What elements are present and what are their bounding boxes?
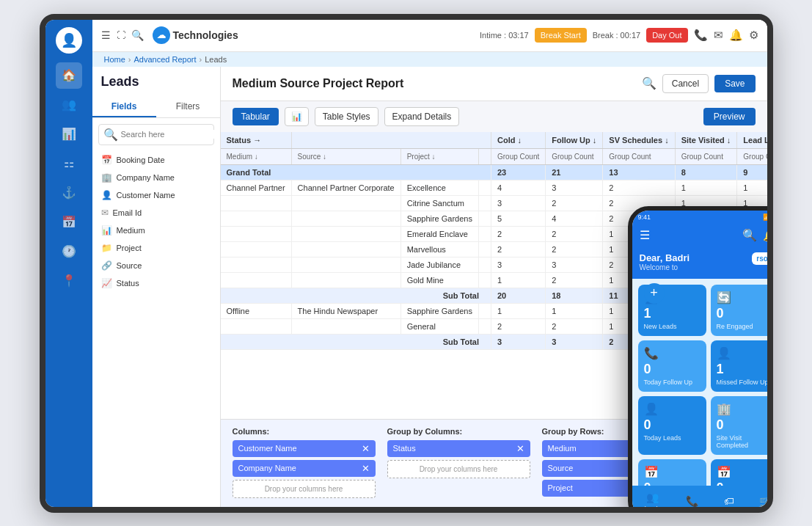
project-sapphire2: Sapphire Gardens: [400, 303, 478, 318]
phone-icon[interactable]: 📞: [694, 29, 708, 42]
nav-call-icon: 📞: [686, 495, 698, 507]
tab-fields[interactable]: Fields: [92, 97, 156, 117]
phone-bell-icon[interactable]: 🔔1: [763, 228, 773, 242]
sidebar-icon-users[interactable]: 👥: [56, 92, 82, 118]
breadcrumb-sep2: ›: [200, 55, 202, 64]
breadcrumb: Home › Advanced Report › Leads: [92, 52, 767, 67]
phone-card-mtd[interactable]: 📅 0 MTD Site Visit Completed: [711, 459, 773, 486]
sidebar-icon-chart[interactable]: 📊: [56, 121, 82, 147]
columns-drop[interactable]: Drop your columns here: [233, 480, 376, 498]
source-hindu: The Hindu Newspaper: [291, 303, 400, 318]
project-jade: Jade Jubilance: [400, 257, 478, 272]
today-leads-icon: 👤: [644, 402, 701, 416]
grand-site: 8: [675, 164, 737, 180]
topbar-actions: 📞 ✉ 🔔 ⚙: [694, 29, 758, 42]
phone-card-re-engaged[interactable]: 🔄 0 Re Engaged: [711, 285, 773, 336]
phone-nav-call[interactable]: 📞: [686, 495, 698, 507]
sidebar-icon-clock[interactable]: 🕐: [56, 238, 82, 265]
expand-details-button[interactable]: Expand Details: [384, 107, 460, 126]
bell-icon[interactable]: 🔔: [729, 29, 743, 42]
phone-menu-icon[interactable]: ☰: [640, 228, 650, 242]
chip-status[interactable]: Status✕: [387, 440, 530, 457]
break-start-button[interactable]: Break Start: [535, 28, 587, 43]
search-input[interactable]: [121, 130, 221, 139]
preview-button[interactable]: Preview: [703, 108, 756, 125]
breadcrumb-home[interactable]: Home: [104, 55, 125, 64]
save-button[interactable]: Save: [714, 75, 755, 92]
site-visit-label: Site Visit Completed: [717, 434, 773, 449]
table-styles-button[interactable]: Table Styles: [315, 107, 378, 126]
site-visit-icon: 🏢: [717, 402, 773, 416]
nav-tag-icon: 🏷: [724, 495, 734, 507]
project-sapphire: Sapphire Gardens: [400, 211, 478, 226]
hamburger-icon[interactable]: ☰: [101, 29, 111, 41]
phone-search-icon[interactable]: 🔍: [742, 228, 757, 242]
th-sub-cold: Group Count: [491, 148, 545, 164]
re-engaged-icon: 🔄: [717, 291, 773, 304]
phone-card-today-followup[interactable]: 📞 0 Today Follow Up: [638, 340, 706, 392]
breadcrumb-leads: Leads: [205, 55, 227, 64]
phone-nav-cart[interactable]: 🛒: [759, 495, 772, 507]
field-booking-date[interactable]: 📅 Booking Date: [92, 151, 220, 169]
th-sub-lost: Group Count: [737, 148, 767, 164]
field-status[interactable]: 📈 Status: [92, 274, 220, 292]
th-sub-followup: Group Count: [546, 148, 603, 164]
tabular-button[interactable]: Tabular: [233, 108, 279, 125]
phone-overlay: 9:41 📶🔋 ☰ 🔍 🔔1 Dear, Badri Welcome to: [628, 206, 773, 513]
group-columns-drop[interactable]: Drop your columns here: [387, 460, 530, 478]
sidebar-icon-anchor[interactable]: ⚓: [56, 180, 82, 206]
re-engaged-count: 0: [717, 306, 773, 321]
toolbar: Tabular 📊 Table Styles Expand Details Pr…: [221, 101, 767, 132]
th-project: Project ↓: [400, 148, 478, 164]
phone-card-today-leads[interactable]: 👤 0 Today Leads: [638, 396, 706, 455]
chip-customer-name[interactable]: Customer Name✕: [233, 440, 376, 457]
tab-filters[interactable]: Filters: [156, 97, 220, 117]
phone-brand: rsoft: [756, 255, 772, 263]
grand-lost: 9: [737, 164, 767, 180]
th-sub-empty: [478, 148, 491, 164]
breadcrumb-advanced-report[interactable]: Advanced Report: [134, 55, 197, 64]
field-customer-name[interactable]: 👤 Customer Name: [92, 186, 220, 204]
phone-card-missed-followup[interactable]: 👤 1 Missed Follow Up: [711, 340, 773, 392]
mail-icon[interactable]: ✉: [714, 29, 723, 42]
grand-sv: 13: [603, 164, 675, 180]
sidebar-icon-home[interactable]: 🏠: [56, 62, 82, 89]
new-leads-count: 1: [644, 306, 701, 321]
chip-company-name[interactable]: Company Name✕: [233, 460, 376, 477]
field-project[interactable]: 📁 Project: [92, 239, 220, 257]
day-out-button[interactable]: Day Out: [646, 28, 687, 43]
project-general: General: [400, 318, 478, 334]
logo-icon: ☁: [153, 26, 170, 44]
search-icon-report[interactable]: 🔍: [642, 76, 656, 90]
phone-fab[interactable]: +: [644, 283, 665, 304]
break-label: Break : 00:17: [593, 31, 640, 40]
phone-nav-tag[interactable]: 🏷: [724, 495, 734, 507]
project-gold: Gold Mine: [400, 272, 478, 288]
intime-label: Intime : 03:17: [480, 31, 529, 40]
field-source[interactable]: 🔗 Source: [92, 257, 220, 274]
project-citrine: Citrine Sanctum: [400, 195, 478, 211]
report-header: Medium Source Project Report 🔍 Cancel Sa…: [221, 67, 767, 101]
phone-status-icons: 📶🔋: [763, 213, 773, 221]
project-marvellous: Marvellous: [400, 241, 478, 257]
expand-icon[interactable]: ⛶: [117, 30, 125, 40]
field-medium[interactable]: 📊 Medium: [92, 222, 220, 239]
wtd-icon: 📅: [644, 465, 701, 479]
topbar-search-icon[interactable]: 🔍: [131, 29, 144, 41]
field-email-id[interactable]: ✉ Email Id: [92, 204, 220, 222]
phone-card-wtd[interactable]: 📅 0 WTD Site Visit Completed: [638, 459, 706, 486]
tablet-container: 👤 🏠 👥 📊 ⚏ ⚓ 📅 🕐 📍 ☰ ⛶ 🔍 ☁ Technologies I…: [40, 14, 773, 513]
phone-greeting: Dear, Badri Welcome to rsoft: [632, 246, 773, 279]
phone-card-site-visit[interactable]: 🏢 0 Site Visit Completed: [711, 396, 773, 455]
field-search-box[interactable]: 🔍: [98, 124, 214, 145]
avatar[interactable]: 👤: [56, 27, 82, 54]
settings-icon[interactable]: ⚙: [749, 29, 758, 42]
sidebar-icon-location[interactable]: 📍: [56, 268, 82, 294]
sidebar-icon-grid[interactable]: ⚏: [56, 150, 82, 177]
phone-nav-leads[interactable]: 👥 Leads: [645, 492, 661, 511]
sidebar-icon-calendar[interactable]: 📅: [56, 209, 82, 235]
chart-button[interactable]: 📊: [285, 107, 309, 126]
cancel-button[interactable]: Cancel: [662, 74, 709, 93]
field-company-name[interactable]: 🏢 Company Name: [92, 169, 220, 186]
nav-leads-label: Leads: [645, 505, 661, 511]
